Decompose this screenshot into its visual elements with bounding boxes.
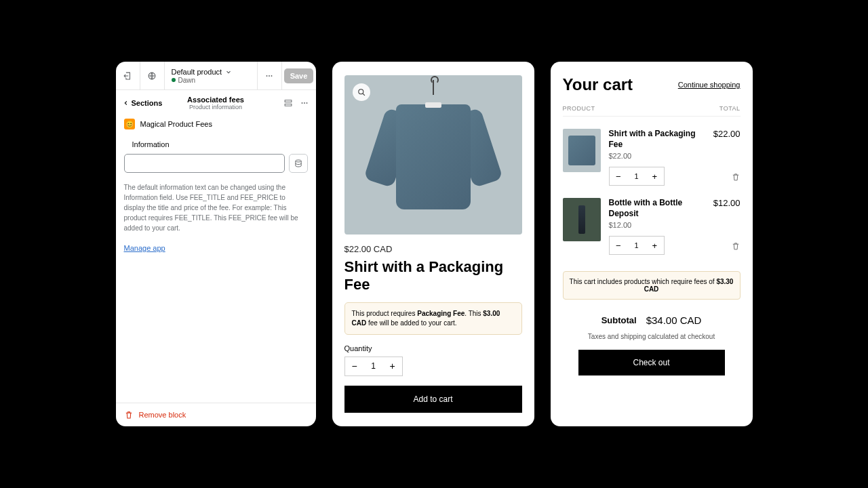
cart-item-price: $12.00 — [609, 221, 705, 229]
fee-notice: This product requires Packaging Fee. Thi… — [344, 302, 522, 335]
svg-point-6 — [301, 102, 302, 104]
cart-fee-notice: This cart includes products which requir… — [563, 271, 741, 300]
chevron-left-icon — [123, 100, 130, 106]
product-label: Default product — [172, 68, 222, 76]
cart-qty-stepper: − 1 + — [609, 167, 665, 186]
cart-item: Shirt with a Packaging Fee $22.00 − 1 + … — [563, 129, 741, 186]
svg-rect-5 — [285, 104, 292, 106]
app-icon: 😊 — [124, 119, 135, 129]
app-block-row[interactable]: 😊 Magical Product Fees — [116, 116, 316, 132]
cart-item-name: Bottle with a Bottle Deposit — [609, 198, 705, 219]
cart-item-name: Shirt with a Packaging Fee — [609, 129, 705, 150]
cart-item-thumb — [563, 129, 601, 172]
svg-point-10 — [358, 89, 363, 94]
quantity-stepper: − 1 + — [344, 357, 403, 376]
magnify-icon — [357, 87, 366, 97]
continue-shopping-link[interactable]: Continue shopping — [678, 81, 741, 89]
checkout-button[interactable]: Check out — [578, 350, 725, 375]
shirt-illustration — [369, 87, 498, 222]
zoom-button[interactable] — [353, 83, 370, 101]
cart-item: Bottle with a Bottle Deposit $12.00 − 1 … — [563, 198, 741, 255]
cart-item-thumb — [563, 198, 601, 241]
theme-indicator: Dawn — [172, 77, 196, 84]
svg-rect-4 — [285, 100, 292, 102]
exit-icon — [123, 71, 132, 81]
remove-item-button[interactable] — [731, 172, 741, 182]
product-selector[interactable]: Default product Dawn — [165, 62, 258, 89]
exit-button[interactable] — [116, 62, 140, 89]
cart-item-price: $22.00 — [609, 152, 705, 160]
theme-editor-panel: Default product Dawn Save Sections Assoc… — [116, 62, 316, 426]
remove-item-button[interactable] — [731, 241, 741, 251]
svg-point-7 — [304, 102, 305, 104]
info-heading: Information — [124, 132, 308, 148]
manage-app-link[interactable]: Manage app — [124, 244, 165, 252]
editor-topbar: Default product Dawn Save — [116, 62, 316, 90]
dots-icon — [264, 71, 274, 81]
database-icon — [294, 159, 303, 168]
tax-note: Taxes and shipping calculated at checkou… — [563, 333, 741, 340]
qty-increase-button[interactable]: + — [383, 361, 402, 371]
block-more-icon[interactable] — [300, 98, 309, 108]
product-preview-panel: $22.00 CAD Shirt with a Packaging Fee Th… — [332, 62, 534, 426]
layout-icon[interactable] — [283, 98, 293, 108]
qty-decrease-button[interactable]: − — [345, 361, 364, 371]
chevron-down-icon — [225, 68, 232, 75]
svg-point-8 — [306, 102, 307, 104]
cart-qty-decrease[interactable]: − — [610, 241, 628, 251]
qty-value: 1 — [364, 361, 383, 371]
globe-icon — [147, 71, 157, 81]
quantity-label: Quantity — [344, 344, 522, 352]
dynamic-source-button[interactable] — [289, 154, 308, 173]
cart-heading: Your cart — [563, 75, 633, 94]
information-input[interactable] — [124, 154, 285, 173]
product-image — [344, 75, 522, 235]
save-button[interactable]: Save — [284, 68, 314, 83]
cart-qty-decrease[interactable]: − — [610, 171, 628, 182]
block-title: Associated fees — [169, 96, 262, 104]
product-price: $22.00 CAD — [344, 244, 522, 254]
subtotal-row: Subtotal $34.00 CAD — [563, 314, 741, 326]
svg-point-1 — [267, 75, 268, 77]
remove-block-button[interactable]: Remove block — [116, 403, 316, 426]
add-to-cart-button[interactable]: Add to cart — [344, 386, 522, 413]
svg-point-3 — [271, 75, 273, 77]
cart-qty-increase[interactable]: + — [646, 171, 664, 182]
cart-columns: PRODUCT TOTAL — [563, 105, 741, 117]
cart-qty-stepper: − 1 + — [609, 236, 665, 255]
preview-button[interactable] — [140, 62, 165, 89]
help-text: The default information text can be chan… — [124, 182, 308, 233]
product-title: Shirt with a Packaging Fee — [344, 258, 522, 294]
cart-qty-increase[interactable]: + — [646, 241, 664, 251]
svg-point-9 — [295, 160, 300, 162]
sections-header: Sections Associated fees Product informa… — [116, 90, 316, 116]
cart-panel: Your cart Continue shopping PRODUCT TOTA… — [551, 62, 753, 426]
block-subtitle: Product information — [169, 104, 262, 110]
svg-point-2 — [269, 75, 270, 77]
back-to-sections[interactable]: Sections — [123, 99, 170, 107]
more-actions-button[interactable] — [258, 62, 282, 89]
trash-icon — [124, 410, 134, 420]
